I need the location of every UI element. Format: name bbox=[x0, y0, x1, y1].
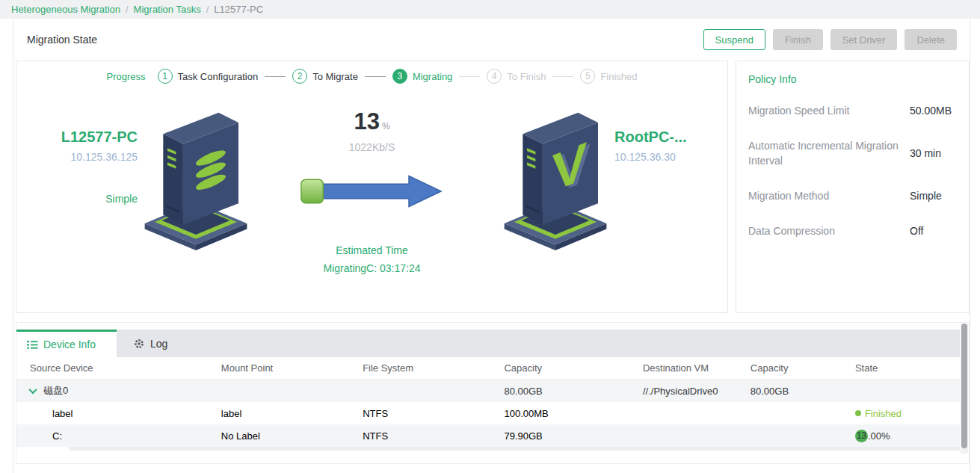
percent-unit: % bbox=[382, 121, 390, 132]
step-to-finish: 4 To Finish bbox=[487, 69, 546, 84]
migration-progress-center: 13% 1022Kb/S Estimated Time bbox=[283, 109, 462, 274]
breadcrumb: Heterogeneous Migration / Migration Task… bbox=[0, 0, 980, 19]
policy-value: Off bbox=[910, 225, 957, 237]
panels-row: Progress 1 Task Configuration 2 To Migra… bbox=[13, 59, 970, 313]
policy-value: 50.00MB bbox=[910, 105, 957, 117]
destination-server-icon: V V bbox=[499, 108, 612, 254]
state-progress-text: .00% bbox=[868, 430, 890, 442]
policy-row-incremental-interval: Automatic Incremental Migration Interval… bbox=[748, 138, 957, 168]
tab-strip: Device Info Log bbox=[16, 330, 960, 357]
cell-file-system: NTFS bbox=[363, 408, 504, 419]
tab-device-info[interactable]: Device Info bbox=[16, 330, 117, 357]
step-task-configuration: 1 Task Configuration bbox=[158, 69, 259, 84]
suspend-button[interactable]: Suspend bbox=[703, 29, 765, 50]
cell-destination-capacity: 80.00GB bbox=[751, 386, 855, 397]
source-server-name: L12577-PC bbox=[45, 129, 138, 146]
chevron-down-icon[interactable] bbox=[28, 386, 37, 394]
step-label: Migrating bbox=[413, 71, 452, 82]
progress-badge: 13 bbox=[855, 430, 868, 442]
table-scrollbar[interactable] bbox=[961, 324, 968, 454]
step-number: 2 bbox=[292, 69, 307, 84]
policy-row-data-compression: Data Compression Off bbox=[748, 223, 957, 238]
set-driver-button[interactable]: Set Driver bbox=[830, 29, 898, 50]
step-connector bbox=[365, 76, 386, 77]
breadcrumb-link-migration-tasks[interactable]: Migration Tasks bbox=[134, 4, 201, 15]
destination-server-name: RootPC-... bbox=[614, 129, 719, 146]
policy-info-title: Policy Info bbox=[748, 73, 957, 85]
step-number: 4 bbox=[487, 69, 502, 84]
card-header: Migration State Suspend Finish Set Drive… bbox=[13, 19, 970, 59]
destination-server-info: RootPC-... 10.125.36.30 bbox=[614, 129, 719, 163]
table-header-row: Source Device Mount Point File System Ca… bbox=[16, 357, 960, 380]
step-finished: 5 Finished bbox=[580, 69, 637, 84]
estimated-time-label: Estimated Time bbox=[283, 244, 462, 256]
state-finished-text: Finished bbox=[865, 408, 902, 419]
cell-source-device: label bbox=[16, 408, 221, 419]
delete-button[interactable]: Delete bbox=[905, 29, 957, 50]
scrollbar-thumb[interactable] bbox=[961, 324, 967, 448]
col-capacity: Capacity bbox=[504, 362, 643, 374]
cell-mount-point: No Label bbox=[221, 430, 363, 442]
breadcrumb-current-task: L12577-PC bbox=[214, 4, 263, 15]
col-destination-vm: Destination VM bbox=[643, 362, 751, 374]
cell-destination-vm: //./PhysicalDrive0 bbox=[643, 386, 751, 397]
col-mount-point: Mount Point bbox=[221, 362, 363, 374]
step-label: To Finish bbox=[507, 71, 546, 82]
policy-value: 30 min bbox=[910, 147, 957, 159]
cell-capacity: 79.90GB bbox=[504, 430, 643, 442]
breadcrumb-link-heterogeneous-migration[interactable]: Heterogeneous Migration bbox=[11, 4, 120, 15]
step-label: To Migrate bbox=[312, 71, 358, 82]
finished-dot-icon bbox=[855, 410, 861, 416]
cell-capacity: 80.00GB bbox=[504, 386, 643, 397]
step-number: 3 bbox=[392, 69, 407, 84]
policy-row-migration-method: Migration Method Simple bbox=[748, 188, 957, 203]
action-buttons: Suspend Finish Set Driver Delete bbox=[703, 29, 957, 50]
policy-label: Data Compression bbox=[748, 223, 910, 238]
cell-state: 13 .00% bbox=[855, 430, 960, 442]
gear-icon bbox=[133, 338, 145, 350]
horizontal-scrollbar[interactable] bbox=[69, 447, 960, 451]
device-info-section: Device Info Log Source Device Mount Poin… bbox=[16, 322, 970, 464]
breadcrumb-separator: / bbox=[126, 4, 129, 15]
col-file-system: File System bbox=[363, 362, 504, 374]
policy-value: Simple bbox=[910, 190, 957, 202]
step-label: Task Configuration bbox=[178, 71, 259, 82]
table-row-label: label label NTFS 100.00MB Finished bbox=[16, 402, 960, 424]
migration-state-panel: Progress 1 Task Configuration 2 To Migra… bbox=[16, 61, 728, 313]
col-state: State bbox=[855, 362, 960, 374]
source-server-info: L12577-PC 10.125.36.125 Simple bbox=[45, 129, 138, 205]
source-migration-mode: Simple bbox=[45, 193, 138, 205]
step-connector bbox=[265, 76, 286, 77]
device-table: Source Device Mount Point File System Ca… bbox=[16, 357, 960, 447]
progress-arrow-icon bbox=[283, 171, 462, 214]
source-server-ip: 10.125.36.125 bbox=[45, 151, 138, 163]
policy-label: Automatic Incremental Migration Interval bbox=[748, 138, 910, 168]
tab-label: Log bbox=[150, 338, 167, 350]
cell-source-device: 磁盘0 bbox=[16, 384, 221, 398]
table-row-disk0: 磁盘0 80.00GB //./PhysicalDrive0 80.00GB bbox=[16, 380, 960, 402]
finish-button[interactable]: Finish bbox=[773, 29, 823, 50]
cell-file-system: NTFS bbox=[363, 430, 504, 442]
col-destination-capacity: Capacity bbox=[751, 362, 855, 374]
progress-percent: 13% bbox=[283, 109, 462, 139]
step-label: Finished bbox=[600, 71, 637, 82]
step-connector bbox=[552, 76, 573, 77]
tab-log[interactable]: Log bbox=[117, 330, 193, 357]
policy-info-panel: Policy Info Migration Speed Limit 50.00M… bbox=[736, 61, 970, 313]
step-connector bbox=[459, 76, 480, 77]
destination-server-ip: 10.125.36.30 bbox=[614, 151, 719, 163]
migration-speed: 1022Kb/S bbox=[283, 141, 462, 153]
step-migrating: 3 Migrating bbox=[392, 69, 452, 84]
step-number: 5 bbox=[580, 69, 595, 84]
page-title: Migration State bbox=[27, 34, 97, 46]
stepper-progress-label: Progress bbox=[106, 71, 145, 82]
col-source-device: Source Device bbox=[16, 362, 221, 374]
table-row-c-drive: C: No Label NTFS 79.90GB 13 .00% bbox=[16, 424, 960, 447]
source-server-icon bbox=[139, 108, 253, 254]
main-card: Migration State Suspend Finish Set Drive… bbox=[13, 19, 970, 473]
policy-row-speed-limit: Migration Speed Limit 50.00MB bbox=[748, 103, 957, 118]
cell-mount-point: label bbox=[221, 408, 363, 419]
breadcrumb-separator: / bbox=[206, 4, 209, 15]
tab-label: Device Info bbox=[43, 338, 96, 350]
policy-label: Migration Speed Limit bbox=[748, 103, 910, 118]
